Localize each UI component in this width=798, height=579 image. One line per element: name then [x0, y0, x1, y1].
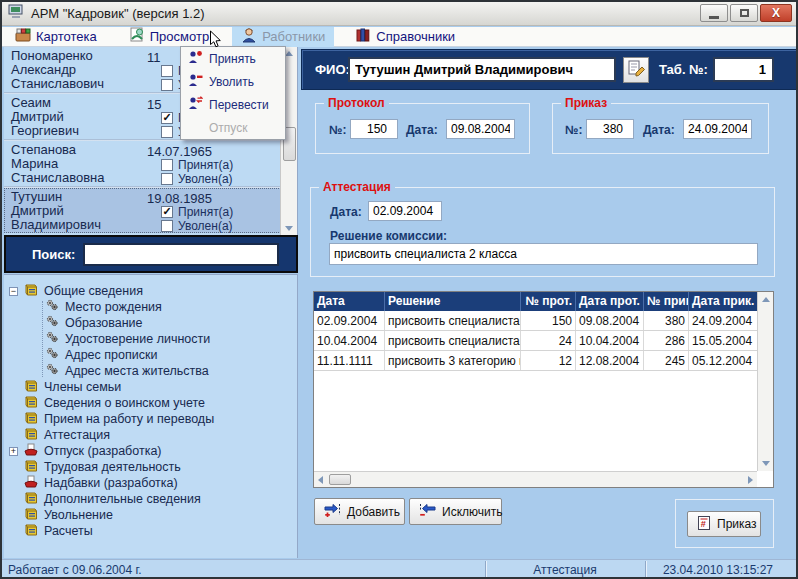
employee-row-stepanova[interactable]: Степанова Марина Станиславовна 14.07.196…	[4, 141, 297, 186]
tree-item-chleny-semi[interactable]: Члены семьи	[24, 379, 297, 395]
hired-checkbox[interactable]	[161, 159, 173, 171]
menu-item-uvolit[interactable]: Уволить	[181, 70, 285, 93]
maximize-button[interactable]	[730, 4, 758, 22]
scrollbar-thumb[interactable]	[329, 474, 351, 485]
col-header-order-num[interactable]: № прик.	[644, 292, 689, 311]
tree-item-adres-propiski[interactable]: Адрес прописки	[45, 347, 297, 363]
gears-icon	[45, 347, 59, 363]
col-header-protocol-num[interactable]: № прот.	[521, 292, 576, 311]
decision-input[interactable]	[329, 243, 758, 265]
expand-icon[interactable]: +	[9, 447, 18, 456]
col-header-date[interactable]: Дата	[314, 292, 385, 311]
menu-item-prinyat[interactable]: Принять	[181, 47, 285, 70]
tree-connector-line	[42, 301, 43, 377]
book-icon	[24, 459, 38, 475]
tree-item-voinskiy-uchet[interactable]: Сведения о воинском учете	[24, 395, 297, 411]
protocol-date-input[interactable]	[446, 119, 515, 139]
gears-icon	[45, 363, 59, 379]
attestation-group: Аттестация Дата: Решение комиссии:	[310, 187, 775, 277]
decision-label: Решение комиссии:	[330, 229, 447, 243]
menu-spravochniki[interactable]: Справочники	[346, 27, 464, 47]
tab-number-label: Таб. №:	[659, 62, 708, 77]
search-input[interactable]	[83, 243, 279, 266]
menu-kartoteka[interactable]: Картотека	[6, 27, 106, 47]
menu-item-otpusk[interactable]: Отпуск	[181, 116, 285, 139]
tree-item-udostoverenie[interactable]: Удостоверение личности	[45, 331, 297, 347]
fired-checkbox[interactable]	[161, 79, 173, 91]
scroll-left-arrow[interactable]	[318, 476, 323, 484]
hired-checkbox[interactable]	[161, 206, 173, 218]
employee-middlename: Владимирович	[11, 218, 297, 232]
fio-input[interactable]	[348, 57, 616, 82]
tree-item-attestaciya[interactable]: Аттестация	[24, 427, 297, 443]
status-datetime: 23.04.2010 13:15:27	[645, 563, 791, 577]
order-num-label: №:	[565, 123, 582, 137]
scroll-up-arrow[interactable]	[285, 51, 293, 56]
protocol-num-input[interactable]	[350, 119, 398, 139]
tab-number-input[interactable]	[713, 57, 774, 82]
scroll-down-arrow[interactable]	[762, 461, 770, 466]
tree-item-trudovaya[interactable]: Трудовая деятельность	[24, 459, 297, 475]
minimize-icon	[709, 16, 719, 19]
cell-date: 10.04.2004	[314, 331, 385, 350]
tree-item-raschety[interactable]: Расчеты	[24, 523, 297, 539]
table-horizontal-scrollbar[interactable]	[314, 471, 757, 487]
cell-decision: присвоить специалиста 3 к	[385, 331, 521, 350]
table-row[interactable]: 11.11.1111 присвоить 3 категорию и у 12 …	[314, 351, 773, 371]
attestation-date-input[interactable]	[368, 201, 442, 221]
employee-row-tutushin[interactable]: Тутушин Дмитрий Владимирович 19.08.1985 …	[4, 188, 297, 233]
gears-icon	[45, 299, 59, 315]
add-button[interactable]: Добавить	[314, 498, 405, 525]
scroll-up-arrow[interactable]	[762, 297, 770, 302]
table-row[interactable]: 02.09.2004 присвоить специалиста 2 к 150…	[314, 311, 773, 331]
cell-order-num: 245	[644, 351, 689, 370]
tree-item-mesto-rozhdeniya[interactable]: Место рождения	[45, 299, 297, 315]
menu-prosmotr[interactable]: Просмотр	[120, 27, 218, 47]
gears-icon	[45, 315, 59, 331]
book-icon	[24, 427, 38, 443]
order-num-input[interactable]	[586, 119, 634, 139]
tree-item-uvolnenie[interactable]: Увольнение	[24, 507, 297, 523]
order-button[interactable]: # Приказ	[687, 511, 761, 537]
fired-checkbox[interactable]	[161, 220, 173, 232]
tree-item-obrazovanie[interactable]: Образование	[45, 315, 297, 331]
minimize-button[interactable]	[700, 4, 728, 22]
tree-item-nadbavki[interactable]: Надбавки (разработка)	[24, 475, 297, 491]
col-header-order-date[interactable]: Дата прик.	[689, 292, 757, 311]
menu-item-perevesti[interactable]: Перевести	[181, 93, 285, 116]
hired-checkbox[interactable]	[161, 65, 173, 77]
tree-item-priem-perevody[interactable]: Прием на работу и переводы	[24, 411, 297, 427]
fired-checkbox[interactable]	[161, 126, 173, 138]
add-record-icon	[324, 502, 341, 521]
fired-label: Уволен(а)	[178, 219, 233, 233]
cell-order-date: 05.12.2004	[689, 351, 757, 370]
remove-button[interactable]: Исключить	[409, 498, 502, 525]
employee-birthdate: 11	[147, 50, 161, 65]
scroll-down-arrow[interactable]	[285, 226, 293, 231]
app-icon	[8, 4, 24, 23]
fired-checkbox[interactable]	[161, 173, 173, 185]
section-tree: − Общие сведения Место рождения Образова…	[4, 274, 298, 558]
tree-item-obshchie-svedeniya[interactable]: − Общие сведения	[9, 283, 297, 299]
fired-label: Уволен(а)	[178, 172, 233, 186]
scroll-right-arrow[interactable]	[748, 476, 753, 484]
table-row[interactable]: 10.04.2004 присвоить специалиста 3 к 24 …	[314, 331, 773, 351]
col-header-decision[interactable]: Решение	[385, 292, 521, 311]
tree-item-adres-zhitelstva[interactable]: Адрес места жительства	[45, 363, 297, 379]
close-button[interactable]: X	[760, 4, 792, 22]
employee-firstname: Дмитрий	[11, 204, 297, 218]
edit-fio-button[interactable]	[623, 57, 649, 83]
col-header-protocol-date[interactable]: Дата прот.	[576, 292, 644, 311]
tree-item-otpusk[interactable]: + Отпуск (разработка)	[9, 443, 297, 459]
person-icon	[241, 27, 257, 46]
cell-protocol-date: 09.08.2004	[576, 311, 644, 330]
table-vertical-scrollbar[interactable]	[757, 292, 773, 471]
hired-checkbox[interactable]	[161, 112, 173, 124]
collapse-icon[interactable]: −	[9, 287, 18, 296]
order-date-input[interactable]	[683, 119, 752, 139]
book-icon	[24, 491, 38, 507]
title-bar[interactable]: АРМ "Кадровик" (версия 1.2) X	[2, 2, 796, 26]
book-icon	[24, 283, 38, 299]
menu-rabotniki[interactable]: Работники	[232, 27, 334, 47]
tree-item-dop-svedeniya[interactable]: Дополнительные сведения	[24, 491, 297, 507]
